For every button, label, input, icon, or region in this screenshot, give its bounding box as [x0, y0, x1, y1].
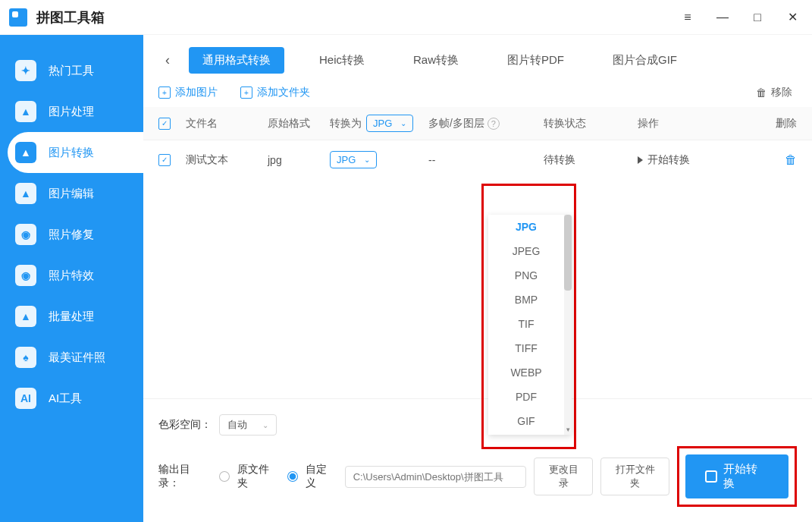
radio-orig-folder[interactable]: [219, 471, 230, 482]
play-icon: [638, 156, 643, 164]
header-format-select[interactable]: JPG ⌄: [366, 115, 413, 132]
dropdown-option-webp[interactable]: WEBP: [488, 360, 564, 385]
format-dropdown: JPG JPEG PNG BMP TIF TIFF WEBP PDF GIF ▾: [488, 215, 572, 435]
image-process-icon: ▲: [15, 101, 36, 122]
open-folder-button[interactable]: 打开文件夹: [600, 458, 669, 495]
dropdown-option-jpeg[interactable]: JPEG: [488, 239, 564, 263]
color-space-value: 自动: [227, 418, 247, 432]
sidebar-item-photo-effects[interactable]: ◉ 照片特效: [0, 255, 143, 296]
tab-image-to-gif[interactable]: 图片合成GIF: [599, 47, 691, 74]
tab-image-to-pdf[interactable]: 图片转PDF: [494, 47, 578, 74]
sidebar-item-label: 热门工具: [49, 64, 94, 78]
sidebar-item-id-photo[interactable]: ♠ 最美证件照: [0, 337, 143, 378]
sidebar-item-image-process[interactable]: ▲ 图片处理: [0, 91, 143, 132]
sidebar-item-photo-repair[interactable]: ◉ 照片修复: [0, 214, 143, 255]
photo-effects-icon: ◉: [15, 265, 36, 286]
row-delete-button[interactable]: 🗑: [785, 153, 797, 166]
format-dropdown-highlight: JPG JPEG PNG BMP TIF TIFF WEBP PDF GIF ▾: [481, 184, 576, 449]
sidebar-item-ai-tools[interactable]: AI AI工具: [0, 378, 143, 419]
dropdown-option-gif[interactable]: GIF: [488, 409, 564, 433]
col-orig-format: 原始格式: [268, 117, 330, 130]
color-space-label: 色彩空间：: [158, 418, 212, 432]
tab-general-convert[interactable]: 通用格式转换: [189, 47, 284, 74]
scrollbar-down-icon[interactable]: ▾: [564, 424, 572, 435]
trash-icon: 🗑: [756, 86, 767, 99]
row-start-convert-button[interactable]: 开始转换: [638, 153, 759, 167]
start-label: 开始转换: [723, 462, 769, 491]
col-action: 操作: [638, 117, 759, 130]
col-convert-to: 转换为: [330, 117, 362, 130]
app-logo-icon: [9, 8, 27, 27]
radio-custom-label: 自定义: [306, 463, 337, 490]
app-title: 拼图工具箱: [36, 8, 105, 27]
add-folder-label: 添加文件夹: [257, 86, 310, 99]
menu-icon[interactable]: ≡: [677, 7, 698, 28]
id-photo-icon: ♠: [15, 347, 36, 368]
table-row: ✓ 测试文本 jpg JPG ⌄ -- 待转换 开始转换 🗑: [143, 140, 812, 179]
add-folder-button[interactable]: + 添加文件夹: [240, 86, 310, 99]
radio-orig-label: 原文件夹: [237, 463, 280, 490]
sidebar-item-label: AI工具: [49, 392, 82, 406]
minimize-button[interactable]: —: [712, 7, 733, 28]
chevron-down-icon: ⌄: [400, 119, 406, 127]
back-button[interactable]: ‹: [158, 52, 177, 70]
scrollbar-thumb[interactable]: [564, 215, 572, 291]
sidebar-item-image-convert[interactable]: ▲ 图片转换: [8, 132, 143, 173]
sidebar-item-label: 最美证件照: [49, 351, 105, 365]
sidebar-item-label: 照片特效: [49, 269, 94, 283]
dropdown-option-tif[interactable]: TIF: [488, 312, 564, 336]
tab-heic-convert[interactable]: Heic转换: [306, 47, 378, 74]
remove-label: 移除: [771, 86, 792, 99]
add-folder-icon: +: [240, 86, 252, 99]
convert-icon: [705, 470, 717, 483]
output-dir-label: 输出目录：: [158, 463, 212, 490]
sidebar-item-hot-tools[interactable]: ✦ 热门工具: [0, 50, 143, 91]
sidebar-item-label: 图片处理: [49, 105, 94, 119]
col-filename: 文件名: [186, 117, 268, 130]
maximize-button[interactable]: □: [747, 7, 768, 28]
ai-tools-icon: AI: [15, 388, 36, 409]
row-multiframe: --: [428, 154, 544, 166]
dropdown-option-pdf[interactable]: PDF: [488, 385, 564, 409]
output-path-input[interactable]: [345, 466, 527, 488]
batch-process-icon: ▲: [15, 306, 36, 327]
tab-raw-convert[interactable]: Raw转换: [400, 47, 472, 74]
sidebar-item-label: 图片编辑: [49, 187, 94, 201]
add-image-icon: +: [158, 86, 171, 99]
row-filename: 测试文本: [186, 153, 268, 167]
sidebar-item-image-edit[interactable]: ▲ 图片编辑: [0, 173, 143, 214]
chevron-down-icon: ⌄: [262, 421, 268, 429]
sidebar-item-batch-process[interactable]: ▲ 批量处理: [0, 296, 143, 337]
help-icon[interactable]: ?: [488, 118, 500, 130]
dropdown-option-png[interactable]: PNG: [488, 263, 564, 288]
start-convert-button[interactable]: 开始转换: [685, 454, 788, 498]
add-image-button[interactable]: + 添加图片: [158, 86, 218, 99]
remove-button[interactable]: 🗑 移除: [756, 86, 792, 99]
add-image-label: 添加图片: [175, 86, 218, 99]
chevron-down-icon: ⌄: [364, 156, 370, 164]
col-multiframe: 多帧/多图层: [428, 117, 484, 130]
select-all-checkbox[interactable]: ✓: [158, 118, 171, 130]
color-space-select[interactable]: 自动 ⌄: [219, 414, 277, 436]
row-status: 待转换: [544, 153, 638, 167]
close-button[interactable]: ✕: [782, 7, 803, 28]
dropdown-scrollbar[interactable]: ▾: [564, 215, 572, 435]
row-checkbox[interactable]: ✓: [158, 154, 171, 166]
dropdown-option-jpg[interactable]: JPG: [488, 215, 564, 239]
radio-custom-folder[interactable]: [287, 471, 298, 482]
row-orig-format: jpg: [268, 154, 330, 166]
sidebar-item-label: 批量处理: [49, 310, 94, 324]
photo-repair-icon: ◉: [15, 224, 36, 245]
dropdown-option-bmp[interactable]: BMP: [488, 288, 564, 312]
sidebar-item-label: 照片修复: [49, 228, 94, 242]
sidebar: ✦ 热门工具 ▲ 图片处理 ▲ 图片转换 ▲ 图片编辑 ◉ 照片修复 ◉ 照片特…: [0, 35, 143, 522]
start-highlight: 开始转换: [677, 446, 797, 507]
row-format-select[interactable]: JPG ⌄: [330, 151, 377, 168]
row-format-value: JPG: [337, 154, 356, 165]
change-dir-button[interactable]: 更改目录: [534, 458, 593, 495]
row-action-label: 开始转换: [647, 153, 690, 167]
col-delete: 删除: [759, 117, 797, 130]
image-edit-icon: ▲: [15, 183, 36, 204]
dropdown-option-tiff[interactable]: TIFF: [488, 336, 564, 360]
hot-tools-icon: ✦: [15, 60, 36, 81]
